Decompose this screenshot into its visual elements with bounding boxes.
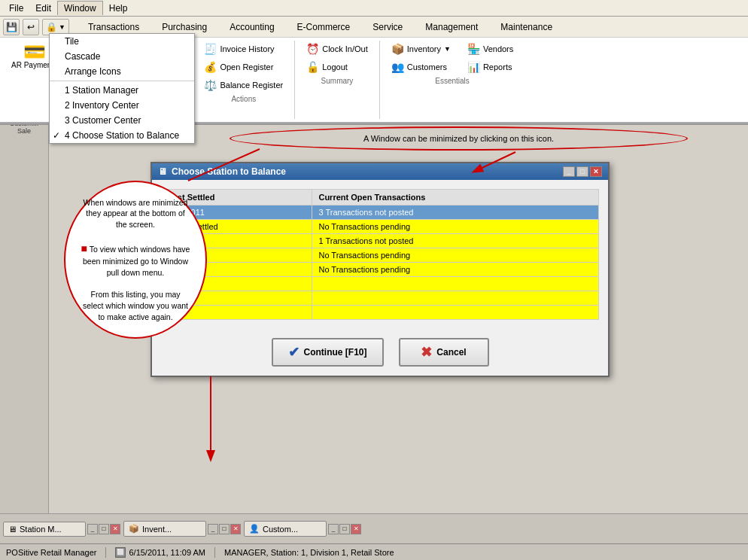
statusbar: POSitive Retail Manager ⬜ 6/15/2011, 11:… <box>0 543 748 560</box>
cell-transactions: No Transactions pending <box>312 220 599 234</box>
cancel-x-icon: ✖ <box>421 344 432 361</box>
ar-payments-icon: 💳 <box>23 43 46 61</box>
balance-register-button[interactable]: ⚖️ Balance Register <box>199 77 288 93</box>
logout-button[interactable]: 🔓 Logout <box>301 59 353 75</box>
menu-inventory-center[interactable]: 2 Inventory Center <box>50 98 194 113</box>
dialog-maximize-button[interactable]: □ <box>576 166 588 177</box>
cell-transactions: 3 Transactions not posted <box>312 205 599 220</box>
clock-in-out-button[interactable]: ⏰ Clock In/Out <box>301 41 373 57</box>
taskbar-customer-icon: 👤 <box>249 524 260 534</box>
annotation-bubble-text: When windows are minimized they appear a… <box>81 197 190 322</box>
taskbar-station-label: Station M... <box>20 525 62 534</box>
dialog-title-text: Choose Station to Balance <box>172 166 286 177</box>
customers-button[interactable]: 👥 Customers <box>386 59 456 75</box>
table-row[interactable]: 5/18/2011 1 Transactions not posted <box>162 234 599 248</box>
menu-window[interactable]: Window <box>57 1 103 15</box>
invoice-history-button[interactable]: 🧾 Invoice History <box>199 41 279 57</box>
ribbon-group-essentials: 📦 Inventory ▼ 👥 Customers 🏪 Vendors <box>380 41 525 119</box>
menu-edit[interactable]: Edit <box>29 2 57 15</box>
ribbon-group-summary: ⏰ Clock In/Out 🔓 Logout Summary <box>295 41 380 119</box>
taskbar-customer-close[interactable]: ✕ <box>351 524 361 534</box>
taskbar-inventory-restore[interactable]: □ <box>219 524 230 534</box>
inventory-button[interactable]: 📦 Inventory ▼ <box>386 41 456 57</box>
taskbar-inventory-minimize[interactable]: _ <box>208 524 218 534</box>
tab-maintenance[interactable]: Maintenance <box>491 18 562 35</box>
taskbar-customer-controls: _ □ ✕ <box>328 524 361 534</box>
table-row[interactable]: 6/02/2011 3 Transactions not posted <box>162 205 599 220</box>
open-register-icon: 💰 <box>204 61 217 73</box>
menu-customer-center[interactable]: 3 Customer Center <box>50 113 194 128</box>
taskbar-inventory-label: Invent... <box>142 525 172 534</box>
tab-service[interactable]: Service <box>363 18 412 35</box>
statusbar-info: MANAGER, Station: 1, Division 1, Retail … <box>224 548 394 557</box>
dialog-footer: ✔ Continue [F10] ✖ Cancel <box>152 329 608 376</box>
sidebar: 👤 Custom...Sale <box>0 83 49 560</box>
cell-transactions: 1 Transactions not posted <box>312 234 599 248</box>
logout-icon: 🔓 <box>306 61 319 73</box>
statusbar-sep1 <box>105 547 106 558</box>
cell-transactions <box>312 277 599 291</box>
menu-choose-station[interactable]: 4 Choose Station to Balance <box>50 128 194 143</box>
inventory-dropdown: ▼ <box>444 45 451 53</box>
reports-label: Reports <box>483 62 512 72</box>
taskbar-customer-label: Custom... <box>263 525 298 534</box>
lock-icon: 🔒 <box>46 22 57 32</box>
taskbar-inventory-icon: 📦 <box>129 524 139 534</box>
lock-dropdown: ▼ <box>59 23 65 31</box>
statusbar-sep2 <box>214 547 215 558</box>
tab-management[interactable]: Management <box>415 18 488 35</box>
inventory-label: Inventory <box>407 44 441 53</box>
dialog-choose-station: 🖥 Choose Station to Balance _ □ ✕ Last S… <box>151 162 610 377</box>
menu-tile[interactable]: Tile <box>50 34 194 49</box>
taskbar-item-station[interactable]: 🖥 Station M... _ □ ✕ <box>3 522 120 537</box>
taskbar-item-customer[interactable]: 👤 Custom... _ □ ✕ <box>244 521 361 537</box>
quick-access-save[interactable]: 💾 <box>3 19 20 35</box>
quick-access-undo[interactable]: ↩ <box>23 19 39 35</box>
dialog-close-button[interactable]: ✕ <box>590 166 602 177</box>
table-row[interactable] <box>162 291 599 306</box>
taskbar-customer-restore[interactable]: □ <box>339 524 350 534</box>
table-row[interactable] <box>162 277 599 291</box>
taskbar-inventory-close[interactable]: ✕ <box>230 524 241 534</box>
invoice-history-label: Invoice History <box>220 44 274 53</box>
cancel-button[interactable]: ✖ Cancel <box>399 338 489 367</box>
taskbar-station-icon: 🖥 <box>8 525 17 534</box>
ribbon-group-actions: 🧾 Invoice History 💰 Open Register ⚖️ Bal… <box>193 41 295 119</box>
menu-help[interactable]: Help <box>103 2 134 15</box>
cell-transactions <box>312 306 599 320</box>
app-name: POSitive Retail Manager <box>6 548 96 557</box>
table-row[interactable]: 5/24/2010 No Transactions pending <box>162 248 599 263</box>
taskbar-station-minimize[interactable]: _ <box>87 524 98 534</box>
inventory-icon: 📦 <box>391 43 404 55</box>
open-register-button[interactable]: 💰 Open Register <box>199 59 278 75</box>
vendors-icon: 🏪 <box>467 43 480 55</box>
vendors-button[interactable]: 🏪 Vendors <box>462 41 518 57</box>
menu-file[interactable]: File <box>3 2 29 15</box>
taskbar-item-inventory[interactable]: 📦 Invent... _ □ ✕ <box>123 521 241 537</box>
continue-button[interactable]: ✔ Continue [F10] <box>272 338 384 367</box>
reports-button[interactable]: 📊 Reports <box>462 59 518 75</box>
actions-group-label: Actions <box>231 95 256 103</box>
summary-group-label: Summary <box>321 77 354 85</box>
menu-cascade[interactable]: Cascade <box>50 49 194 64</box>
dialog-window-controls: _ □ ✕ <box>563 166 602 177</box>
taskbar-station-restore[interactable]: □ <box>99 524 109 534</box>
tab-ecommerce[interactable]: E-Commerce <box>287 18 360 35</box>
taskbar-customer-minimize[interactable]: _ <box>328 524 339 534</box>
tab-accounting[interactable]: Accounting <box>220 18 284 35</box>
table-row[interactable]: Never Settled No Transactions pending <box>162 220 599 234</box>
window-dropdown-menu: Tile Cascade Arrange Icons 1 Station Man… <box>49 33 195 144</box>
customers-icon: 👥 <box>391 61 404 73</box>
annotation-oval: A Window can be minimized by clicking on… <box>230 126 688 151</box>
menu-arrange-icons[interactable]: Arrange Icons <box>50 64 194 79</box>
taskbar-station-close[interactable]: ✕ <box>110 524 120 534</box>
reports-icon: 📊 <box>467 61 480 73</box>
table-row[interactable] <box>162 306 599 320</box>
table-row[interactable]: 4/22/2011 No Transactions pending <box>162 263 599 277</box>
dialog-minimize-button[interactable]: _ <box>563 166 575 177</box>
clock-icon: ⏰ <box>306 43 319 55</box>
menu-station-manager[interactable]: 1 Station Manager <box>50 83 194 98</box>
taskbar-inventory-controls: _ □ ✕ <box>208 524 241 534</box>
customers-label: Customers <box>407 62 447 72</box>
annotation-bubble: When windows are minimized they appear a… <box>64 181 207 339</box>
